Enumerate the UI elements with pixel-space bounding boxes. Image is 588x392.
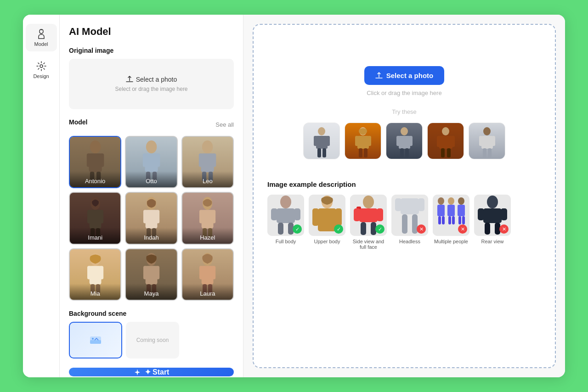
left-panel: AI Model Original image Select a photo S… (60, 15, 243, 377)
right-upload-icon (375, 72, 383, 79)
svg-rect-40 (87, 266, 91, 279)
svg-rect-87 (483, 148, 486, 157)
svg-point-0 (41, 29, 42, 30)
model-card-maya[interactable]: Maya (125, 248, 177, 301)
svg-rect-41 (99, 266, 103, 279)
svg-point-129 (487, 196, 498, 208)
try-thumb-3[interactable] (386, 123, 423, 159)
svg-point-58 (92, 338, 94, 340)
try-figure-2 (353, 127, 373, 159)
background-section: Background scene Coming soon (69, 310, 234, 358)
svg-rect-100 (335, 208, 342, 226)
try-these-row (303, 123, 505, 159)
svg-point-71 (401, 127, 408, 135)
try-figure-5 (477, 127, 498, 159)
model-card-antonio[interactable]: Antonio (69, 136, 121, 188)
sidebar-design-label: Design (33, 73, 49, 79)
upper-body-badge: ✓ (334, 224, 343, 234)
try-thumb-2[interactable] (345, 123, 381, 159)
example-headless: ✕ Headless (391, 195, 428, 250)
original-image-label: Original image (69, 47, 234, 54)
right-inner: Select a photo Click or drag the image h… (253, 24, 556, 368)
full-body-badge: ✓ (293, 224, 302, 234)
svg-rect-92 (271, 208, 277, 220)
svg-rect-86 (492, 136, 495, 146)
svg-rect-93 (294, 208, 300, 220)
svg-rect-130 (483, 208, 502, 223)
model-name-indah: Indah (126, 228, 176, 244)
upload-btn-text: Select a photo (136, 76, 177, 83)
svg-rect-98 (318, 208, 336, 231)
svg-rect-72 (399, 136, 410, 149)
example-upper-body: ✓ Upper body (309, 195, 345, 250)
svg-rect-62 (326, 136, 330, 146)
app-container: Model Design AI Model Original image Sel… (23, 15, 565, 377)
svg-point-2 (90, 140, 100, 153)
model-card-laura[interactable]: Laura (181, 248, 234, 301)
svg-point-8 (146, 140, 157, 153)
svg-point-116 (438, 197, 444, 205)
svg-point-120 (448, 197, 454, 205)
try-thumb-4[interactable] (427, 123, 464, 159)
model-card-leo[interactable]: Leo (181, 136, 234, 188)
example-img-upper-body: ✓ (309, 195, 345, 236)
svg-rect-68 (368, 136, 371, 146)
svg-rect-16 (199, 153, 203, 167)
svg-rect-11 (156, 153, 160, 167)
svg-rect-127 (462, 216, 465, 224)
svg-rect-23 (99, 210, 103, 223)
svg-rect-47 (155, 266, 159, 279)
model-card-indah[interactable]: Indah (125, 192, 177, 244)
example-side-view: ✓ Side view and full face (350, 195, 387, 250)
svg-rect-79 (437, 136, 441, 147)
try-thumb-1[interactable] (303, 123, 340, 159)
svg-rect-29 (155, 210, 159, 223)
example-full-body: ✓ Full body (267, 195, 304, 250)
example-label-rear-view: Rear view (481, 239, 504, 244)
original-image-section: Original image Select a photo Select or … (69, 47, 234, 109)
model-name-otto: Otto (126, 171, 176, 187)
sidebar-item-design[interactable]: Design (26, 56, 57, 84)
start-button[interactable]: ✦ Start (69, 368, 234, 376)
model-name-mia: Mia (70, 284, 120, 300)
svg-point-124 (458, 197, 464, 205)
model-card-mia[interactable]: Mia (69, 248, 121, 301)
bg-card-selected[interactable] (69, 322, 122, 358)
svg-rect-94 (278, 223, 283, 235)
svg-rect-78 (439, 136, 452, 149)
coming-soon-label: Coming soon (136, 337, 169, 343)
svg-rect-67 (355, 136, 359, 146)
svg-rect-75 (400, 148, 404, 157)
model-card-otto[interactable]: Otto (125, 136, 177, 188)
svg-rect-113 (402, 214, 407, 234)
svg-rect-121 (447, 205, 455, 216)
svg-point-102 (363, 196, 374, 208)
model-card-imani[interactable]: Imani (69, 192, 121, 244)
upload-area[interactable]: Select a photo Select or drag the image … (69, 59, 234, 109)
svg-rect-111 (395, 198, 401, 211)
right-upload-area: Select a photo Click or drag the image h… (364, 66, 445, 96)
svg-rect-5 (100, 153, 104, 167)
see-all-link[interactable]: See all (215, 121, 234, 128)
try-thumb-5[interactable] (469, 123, 505, 159)
svg-rect-84 (481, 136, 493, 149)
right-upload-button[interactable]: Select a photo (364, 66, 445, 85)
svg-rect-53 (211, 266, 215, 279)
svg-rect-122 (448, 216, 451, 224)
svg-rect-106 (377, 208, 383, 221)
sidebar-item-model[interactable]: Model (26, 24, 57, 51)
model-card-hazel[interactable]: Hazel (181, 192, 234, 244)
upload-button[interactable]: Select a photo (126, 76, 177, 83)
side-view-badge: ✓ (375, 224, 384, 234)
model-section-label: Model (69, 118, 87, 126)
try-figure-4 (435, 127, 456, 159)
svg-rect-61 (314, 136, 317, 146)
svg-rect-107 (361, 222, 366, 235)
bg-scene-icon (89, 334, 102, 347)
example-img-side-view: ✓ (350, 195, 387, 236)
svg-point-14 (202, 140, 213, 153)
svg-rect-57 (90, 340, 101, 344)
right-upload-btn-text: Select a photo (386, 72, 434, 79)
svg-point-90 (280, 196, 291, 208)
example-multiple-people: ✕ Multiple people (433, 195, 469, 250)
